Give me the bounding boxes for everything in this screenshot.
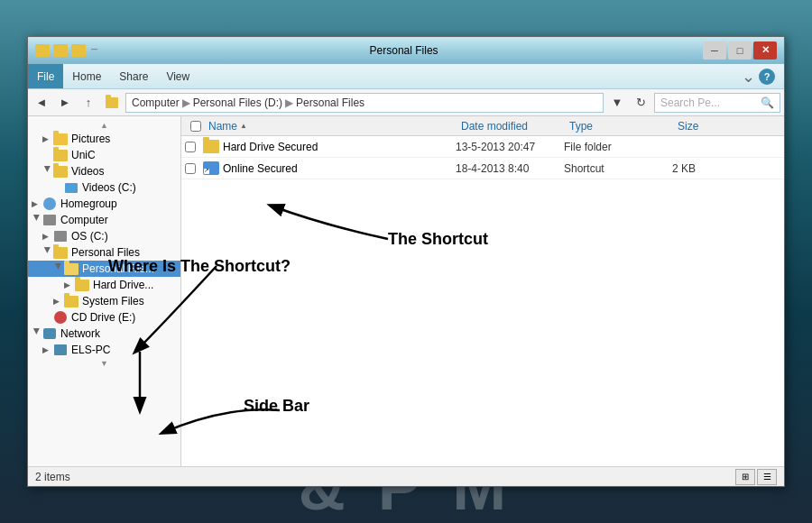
unic-label: UniC: [71, 149, 96, 161]
cd-drive-label: CD Drive (E:): [71, 311, 135, 324]
sidebar-item-network[interactable]: ▶ Network: [28, 326, 180, 342]
arrow-pictures: ▶: [42, 134, 53, 143]
videos-icon: [53, 165, 68, 178]
arrow-os-c: ▶: [42, 232, 53, 241]
sidebar: ▲ ▶ Pictures UniC ▶ Videos: [28, 116, 181, 466]
explorer-window: ─ Personal Files ─ □ ✕ File Home Share V…: [27, 36, 785, 487]
pictures-label: Pictures: [71, 133, 110, 145]
videos-label: Videos: [71, 165, 104, 178]
location-icon: [102, 93, 122, 113]
sidebar-item-personal-files-2[interactable]: ▶ Personal File...: [28, 261, 180, 277]
els-pc-icon: [53, 344, 68, 356]
hard-drive-type: File folder: [564, 141, 672, 153]
col-name-sort: ▲: [240, 122, 247, 130]
window-icon-1: [35, 44, 50, 57]
view-details-button[interactable]: ⊞: [735, 469, 755, 485]
path-personal-files[interactable]: Personal Files: [296, 96, 364, 109]
sidebar-item-personal-files[interactable]: ▶ Personal Files: [28, 244, 180, 261]
videos-c-icon: [64, 181, 78, 194]
col-size-header[interactable]: Size: [672, 120, 744, 133]
refresh-button[interactable]: ↻: [631, 93, 651, 113]
arrow-homegroup: ▶: [32, 199, 42, 208]
personal-files-2-label: Personal File...: [82, 262, 154, 275]
path-computer[interactable]: Computer: [132, 96, 180, 109]
path-personal-files-d[interactable]: Personal Files (D:): [193, 96, 282, 109]
column-headers: Name ▲ Date modified Type Size: [181, 116, 784, 136]
hard-drive-icon: [203, 140, 219, 153]
file-row-online-secured[interactable]: ↗ Online Secured 18-4-2013 8:40 Shortcut…: [181, 158, 784, 179]
col-check: [185, 121, 203, 132]
sidebar-item-hard-drive[interactable]: ▶ Hard Drive...: [28, 277, 180, 293]
checkbox-hard-drive[interactable]: [185, 142, 196, 152]
sidebar-item-els-pc[interactable]: ▶ ELS-PC: [28, 342, 180, 358]
window-icon-2: [53, 44, 68, 57]
videos-c-label: Videos (C:): [82, 181, 136, 194]
col-type-header[interactable]: Type: [564, 120, 672, 133]
menu-expand-icon: ⌄: [742, 67, 755, 87]
os-c-icon: [53, 230, 68, 243]
arrow-personal-files-2: ▶: [54, 263, 63, 274]
personal-files-icon: [53, 246, 68, 259]
menu-bar: File Home Share View ⌄ ?: [28, 64, 784, 89]
maximize-button[interactable]: □: [728, 41, 752, 60]
online-secured-size: 2 KB: [672, 162, 744, 175]
cd-drive-icon: [53, 311, 68, 324]
col-date-label: Date modified: [461, 120, 528, 133]
sidebar-item-unic[interactable]: UniC: [28, 147, 180, 163]
arrow-personal-files: ▶: [43, 247, 52, 258]
sidebar-item-cd-drive[interactable]: CD Drive (E:): [28, 309, 180, 326]
personal-files-label: Personal Files: [71, 246, 140, 259]
col-name-header[interactable]: Name ▲: [203, 120, 456, 133]
forward-button[interactable]: ►: [55, 93, 75, 113]
system-files-icon: [64, 295, 78, 307]
help-button[interactable]: ?: [759, 69, 775, 85]
menu-share[interactable]: Share: [110, 69, 157, 85]
menu-file[interactable]: File: [28, 64, 63, 88]
os-c-label: OS (C:): [71, 230, 108, 243]
address-bar: ◄ ► ↑ Computer ▶ Personal Files (D:) ▶ P…: [28, 89, 784, 116]
title-bar-dash: ─: [91, 44, 97, 57]
arrow-system-files: ▶: [53, 297, 64, 306]
checkbox-online-secured[interactable]: [185, 163, 196, 174]
arrow-computer: ▶: [32, 215, 42, 225]
homegroup-icon: [42, 197, 57, 210]
homegroup-label: Homegroup: [60, 197, 117, 210]
personal-files-2-icon: [64, 262, 78, 275]
sidebar-item-computer[interactable]: ▶ Computer: [28, 212, 180, 228]
view-list-button[interactable]: ☰: [757, 469, 777, 485]
network-label: Network: [60, 327, 100, 340]
window-icon-3: [71, 44, 86, 57]
search-placeholder: Search Pe...: [660, 96, 720, 109]
back-button[interactable]: ◄: [32, 93, 51, 113]
scroll-up-indicator[interactable]: ▲: [28, 120, 180, 131]
path-sep-1: ▶: [182, 96, 190, 109]
minimize-button[interactable]: ─: [703, 41, 726, 60]
check-online-secured[interactable]: [185, 163, 203, 174]
menu-view[interactable]: View: [157, 69, 198, 85]
address-dropdown[interactable]: ▼: [607, 93, 627, 113]
sidebar-item-videos[interactable]: ▶ Videos: [28, 163, 180, 179]
arrow-hard-drive: ▶: [64, 280, 75, 289]
window-title: Personal Files: [105, 44, 703, 57]
scroll-down-indicator[interactable]: ▼: [28, 358, 180, 369]
online-secured-type: Shortcut: [564, 162, 672, 175]
computer-icon: [42, 214, 57, 226]
search-icon: 🔍: [761, 96, 774, 109]
menu-home[interactable]: Home: [63, 69, 110, 85]
hard-drive-tree-label: Hard Drive...: [93, 279, 153, 291]
check-hard-drive[interactable]: [185, 142, 203, 152]
sidebar-item-pictures[interactable]: ▶ Pictures: [28, 131, 180, 147]
sidebar-item-videos-c[interactable]: Videos (C:): [28, 179, 180, 196]
sidebar-item-homegroup[interactable]: ▶ Homegroup: [28, 196, 180, 212]
title-controls: ─ □ ✕: [703, 41, 777, 60]
close-button[interactable]: ✕: [753, 41, 777, 60]
up-button[interactable]: ↑: [78, 93, 98, 113]
sidebar-item-os-c[interactable]: ▶ OS (C:): [28, 228, 180, 244]
file-row-hard-drive-secured[interactable]: Hard Drive Secured 13-5-2013 20:47 File …: [181, 136, 784, 158]
select-all-checkbox[interactable]: [190, 121, 201, 132]
address-path[interactable]: Computer ▶ Personal Files (D:) ▶ Persona…: [125, 93, 604, 113]
arrow-network: ▶: [32, 328, 42, 339]
col-date-header[interactable]: Date modified: [456, 120, 564, 133]
search-box[interactable]: Search Pe... 🔍: [654, 93, 780, 113]
sidebar-item-system-files[interactable]: ▶ System Files: [28, 293, 180, 309]
